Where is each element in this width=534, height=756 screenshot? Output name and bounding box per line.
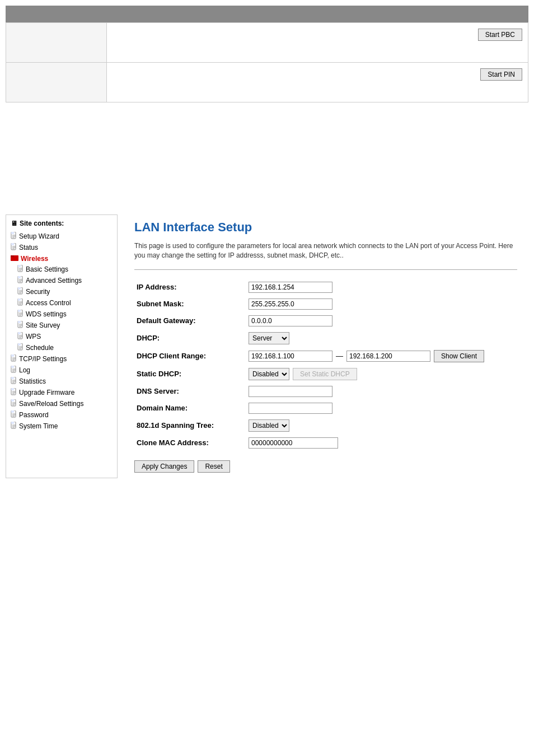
spanning-tree-select[interactable]: Disabled Enabled [249, 419, 289, 432]
domain-name-label: Domain Name: [134, 400, 246, 417]
pbc-content: Start PBC [107, 23, 528, 62]
sidebar-item-password[interactable]: Password [11, 409, 113, 421]
svg-rect-28 [18, 298, 21, 301]
sidebar-item-status[interactable]: Status [11, 242, 113, 253]
sidebar-item-label-save-reload: Save/Reload Settings [19, 400, 83, 408]
dhcp-range-end-input[interactable] [346, 351, 430, 362]
doc-icon [11, 366, 17, 375]
sidebar-item-log[interactable]: Log [11, 365, 113, 376]
page-title: LAN Interface Setup [134, 220, 517, 235]
doc-icon [17, 332, 24, 341]
folder-icon [11, 254, 18, 263]
static-dhcp-label: Static DHCP: [134, 365, 246, 383]
dhcp-row: DHCP: Server Client Disabled [134, 329, 517, 347]
sidebar-item-site-survey[interactable]: Site Survey [11, 320, 113, 331]
subnet-mask-label: Subnet Mask: [134, 296, 246, 312]
sidebar-item-wps[interactable]: WPS [11, 331, 113, 342]
divider [134, 269, 517, 270]
doc-icon [11, 388, 17, 397]
svg-rect-1 [11, 232, 14, 234]
dhcp-client-range-label: DHCP Client Range: [134, 347, 246, 365]
pin-content: Start PIN [107, 63, 528, 102]
default-gateway-input[interactable] [249, 315, 332, 326]
subnet-mask-input[interactable] [249, 298, 332, 310]
static-dhcp-row: Static DHCP: Disabled Enabled Set Static… [134, 365, 517, 383]
sidebar: 🖥 Site contents: Setup Wizard Status Wir… [6, 214, 118, 478]
pin-label [6, 63, 107, 102]
start-pin-button[interactable]: Start PIN [480, 68, 522, 81]
doc-icon [17, 287, 24, 296]
show-client-button[interactable]: Show Client [434, 350, 484, 362]
sidebar-item-setup-wizard[interactable]: Setup Wizard [11, 231, 113, 242]
svg-rect-63 [11, 377, 14, 379]
dns-server-label: DNS Server: [134, 383, 246, 400]
page-description: This page is used to configure the param… [134, 241, 517, 260]
default-gateway-label: Default Gateway: [134, 312, 246, 329]
sidebar-item-label-security: Security [26, 288, 50, 296]
svg-rect-23 [18, 287, 21, 290]
sidebar-item-schedule[interactable]: Schedule [11, 342, 113, 353]
doc-icon [11, 399, 17, 408]
dhcp-client-range-row: DHCP Client Range: — Show Client [134, 347, 517, 365]
lan-settings-form: IP Address: Subnet Mask: Default Gateway… [134, 279, 517, 451]
doc-icon [11, 422, 17, 431]
sidebar-item-label-wds-settings: WDS settings [26, 310, 67, 318]
svg-rect-6 [11, 243, 14, 245]
svg-rect-73 [11, 399, 14, 402]
doc-icon [11, 410, 17, 419]
doc-icon [17, 343, 24, 352]
apply-changes-button[interactable]: Apply Changes [134, 460, 194, 473]
domain-name-input[interactable] [249, 403, 332, 414]
sidebar-item-security[interactable]: Security [11, 286, 113, 297]
sidebar-item-label-setup-wizard: Setup Wizard [19, 232, 59, 240]
default-gateway-row: Default Gateway: [134, 312, 517, 329]
dhcp-select[interactable]: Server Client Disabled [249, 332, 289, 344]
sidebar-item-statistics[interactable]: Statistics [11, 376, 113, 387]
svg-rect-43 [18, 332, 21, 334]
ip-address-input[interactable] [249, 282, 332, 293]
subnet-mask-row: Subnet Mask: [134, 296, 517, 312]
sidebar-item-access-control[interactable]: Access Control [11, 297, 113, 309]
sidebar-item-system-time[interactable]: System Time [11, 421, 113, 432]
sidebar-item-label-upgrade-firmware: Upgrade Firmware [19, 389, 74, 396]
sidebar-item-upgrade-firmware[interactable]: Upgrade Firmware [11, 387, 113, 398]
clone-mac-input[interactable] [249, 437, 338, 449]
sidebar-item-tcpip-settings[interactable]: TCP/IP Settings [11, 353, 113, 365]
doc-icon [17, 276, 24, 285]
doc-icon [11, 354, 17, 363]
dhcp-range-start-input[interactable] [249, 351, 332, 362]
sidebar-item-wireless[interactable]: Wireless [11, 253, 113, 264]
doc-icon [17, 310, 24, 319]
svg-rect-38 [18, 321, 21, 323]
dhcp-range-container: — Show Client [249, 350, 515, 362]
monitor-icon: 🖥 [11, 220, 17, 227]
sidebar-item-label-wireless: Wireless [21, 255, 48, 263]
svg-rect-33 [18, 310, 21, 312]
svg-rect-18 [18, 276, 21, 278]
dns-server-row: DNS Server: [134, 383, 517, 400]
spanning-tree-row: 802.1d Spanning Tree: Disabled Enabled [134, 417, 517, 435]
start-pbc-button[interactable]: Start PBC [478, 29, 522, 41]
form-buttons: Apply Changes Reset [134, 460, 517, 473]
svg-rect-78 [11, 410, 14, 413]
dns-server-input[interactable] [249, 386, 332, 397]
svg-rect-48 [18, 343, 21, 346]
svg-rect-83 [11, 422, 14, 424]
doc-icon [11, 377, 17, 386]
reset-button[interactable]: Reset [198, 460, 229, 473]
doc-icon [11, 243, 17, 252]
static-dhcp-select[interactable]: Disabled Enabled [249, 368, 289, 380]
sidebar-item-label-log: Log [19, 366, 30, 374]
sidebar-item-label-status: Status [19, 244, 38, 251]
sidebar-item-wds-settings[interactable]: WDS settings [11, 309, 113, 320]
sidebar-item-basic-settings[interactable]: Basic Settings [11, 264, 113, 275]
ip-address-label: IP Address: [134, 279, 246, 296]
main-content: LAN Interface Setup This page is used to… [123, 214, 528, 478]
svg-rect-58 [11, 366, 14, 368]
sidebar-item-advanced-settings[interactable]: Advanced Settings [11, 275, 113, 286]
sidebar-item-save-reload[interactable]: Save/Reload Settings [11, 398, 113, 409]
doc-icon [17, 321, 24, 330]
svg-rect-13 [18, 265, 21, 267]
doc-icon [11, 232, 17, 241]
svg-rect-53 [11, 354, 14, 357]
